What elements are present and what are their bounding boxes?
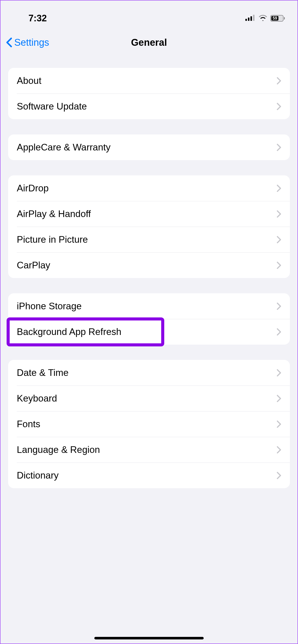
- row-label: Picture in Picture: [17, 234, 88, 245]
- nav-bar: Settings General: [1, 28, 297, 56]
- chevron-right-icon: [277, 103, 281, 110]
- row-label: About: [17, 75, 41, 86]
- row-label: AppleCare & Warranty: [17, 142, 111, 153]
- chevron-right-icon: [277, 395, 281, 402]
- home-indicator: [94, 637, 204, 639]
- settings-group: Date & TimeKeyboardFontsLanguage & Regio…: [8, 360, 290, 488]
- row-carplay[interactable]: CarPlay: [8, 252, 290, 278]
- row-fonts[interactable]: Fonts: [8, 411, 290, 437]
- cellular-signal-icon: [245, 15, 256, 22]
- row-about[interactable]: About: [8, 68, 290, 94]
- wifi-icon: [259, 15, 267, 22]
- battery-icon: 59: [270, 15, 285, 22]
- chevron-right-icon: [277, 210, 281, 218]
- row-iphone-storage[interactable]: iPhone Storage: [8, 293, 290, 319]
- row-label: iPhone Storage: [17, 301, 82, 312]
- row-label: Background App Refresh: [17, 327, 121, 337]
- row-label: AirPlay & Handoff: [17, 209, 91, 219]
- chevron-right-icon: [277, 446, 281, 454]
- chevron-right-icon: [277, 369, 281, 377]
- chevron-right-icon: [277, 472, 281, 479]
- row-label: Language & Region: [17, 444, 100, 455]
- row-background-app-refresh[interactable]: Background App Refresh: [8, 319, 290, 345]
- chevron-left-icon: [6, 37, 13, 48]
- row-label: AirDrop: [17, 183, 49, 194]
- chevron-right-icon: [277, 302, 281, 310]
- chevron-right-icon: [277, 328, 281, 336]
- svg-rect-2: [250, 16, 252, 21]
- settings-list: AboutSoftware UpdateAppleCare & Warranty…: [1, 68, 297, 488]
- row-label: CarPlay: [17, 260, 50, 271]
- svg-rect-1: [248, 18, 249, 21]
- svg-rect-0: [245, 19, 247, 21]
- row-airplay-handoff[interactable]: AirPlay & Handoff: [8, 201, 290, 227]
- row-date-time[interactable]: Date & Time: [8, 360, 290, 386]
- page-title: General: [131, 37, 167, 48]
- chevron-right-icon: [277, 420, 281, 428]
- settings-group: AirDropAirPlay & HandoffPicture in Pictu…: [8, 175, 290, 278]
- status-icons: 59: [245, 15, 285, 22]
- row-label: Fonts: [17, 419, 40, 430]
- row-software-update[interactable]: Software Update: [8, 94, 290, 119]
- row-dictionary[interactable]: Dictionary: [8, 463, 290, 488]
- status-bar: 7:32 59: [1, 1, 297, 28]
- chevron-right-icon: [277, 185, 281, 192]
- row-keyboard[interactable]: Keyboard: [8, 386, 290, 411]
- row-label: Date & Time: [17, 367, 69, 378]
- svg-rect-3: [253, 15, 255, 21]
- row-language-region[interactable]: Language & Region: [8, 437, 290, 463]
- chevron-right-icon: [277, 77, 281, 85]
- chevron-right-icon: [277, 144, 281, 151]
- row-applecare-warranty[interactable]: AppleCare & Warranty: [8, 134, 290, 160]
- settings-group: iPhone StorageBackground App Refresh: [8, 293, 290, 345]
- row-airdrop[interactable]: AirDrop: [8, 175, 290, 201]
- back-button[interactable]: Settings: [6, 37, 49, 48]
- back-label: Settings: [14, 37, 49, 48]
- chevron-right-icon: [277, 236, 281, 243]
- row-label: Software Update: [17, 101, 87, 112]
- settings-group: AppleCare & Warranty: [8, 134, 290, 160]
- row-picture-in-picture[interactable]: Picture in Picture: [8, 227, 290, 252]
- row-label: Dictionary: [17, 470, 59, 481]
- settings-group: AboutSoftware Update: [8, 68, 290, 119]
- status-time: 7:32: [13, 13, 47, 24]
- row-label: Keyboard: [17, 393, 57, 404]
- chevron-right-icon: [277, 262, 281, 269]
